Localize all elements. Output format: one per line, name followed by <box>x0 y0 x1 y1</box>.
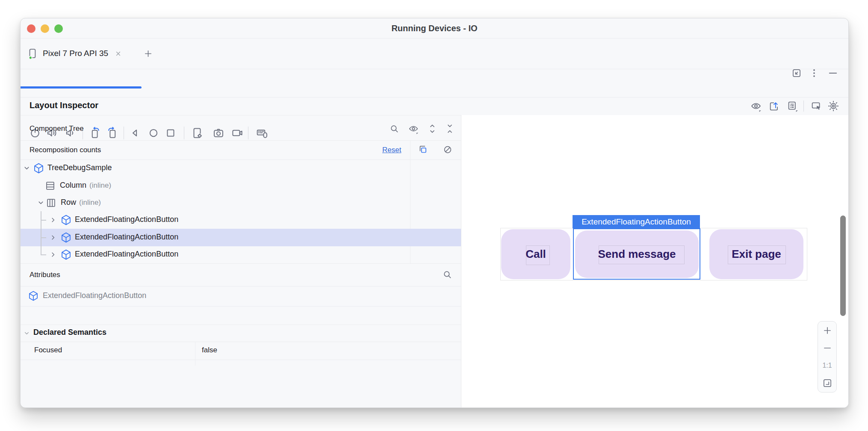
tree-node-label: ExtendedFloatingActionButton <box>75 215 178 224</box>
compose-node-icon <box>60 231 72 245</box>
new-tab-icon[interactable] <box>140 46 156 61</box>
semantics-row-focused[interactable]: Focused false <box>21 342 461 360</box>
tree-node-label: TreeDebugSample <box>47 163 112 172</box>
attributes-search-icon[interactable] <box>440 267 455 282</box>
tree-row-efab-1[interactable]: ExtendedFloatingActionButton <box>21 211 461 229</box>
tree-row-efab-2-selected[interactable]: ExtendedFloatingActionButton <box>21 229 461 246</box>
semantics-value: false <box>202 346 217 354</box>
zoom-controls: 1:1 <box>818 321 837 393</box>
chevron-down-icon[interactable] <box>21 328 32 338</box>
compose-node-icon <box>27 290 39 304</box>
tree-row-column[interactable]: Column(inline) <box>21 177 461 195</box>
tree-node-label: Column <box>60 181 86 189</box>
fit-to-window-icon[interactable] <box>818 375 837 392</box>
tree-node-label: Row <box>61 198 76 207</box>
device-toolbar <box>21 69 848 97</box>
chevron-down-icon[interactable] <box>35 198 46 208</box>
highlight-eye-icon[interactable] <box>406 121 421 136</box>
component-tree-options-icon[interactable] <box>785 98 800 114</box>
device-preview-panel: Call ExtendedFloatingActionButton Send m… <box>461 115 849 407</box>
zoom-in-button[interactable] <box>818 322 837 339</box>
compose-node-icon <box>32 162 45 176</box>
chevron-down-icon[interactable] <box>21 163 32 173</box>
close-tab-icon[interactable] <box>112 48 124 59</box>
inline-suffix: (inline) <box>89 181 111 189</box>
inline-suffix: (inline) <box>79 198 101 207</box>
compose-node-icon <box>60 214 72 228</box>
tree-row-treedebugsample[interactable]: TreeDebugSample <box>21 159 461 177</box>
tree-row-efab-3[interactable]: ExtendedFloatingActionButton <box>21 246 461 263</box>
tab-label: Pixel 7 Pro API 35 <box>43 49 108 58</box>
settings-gear-icon[interactable] <box>826 98 841 114</box>
declared-semantics-title: Declared Semantics <box>33 328 106 337</box>
tree-row-row[interactable]: Row(inline) <box>21 194 461 212</box>
layout-inspector-title: Layout Inspector <box>30 100 98 110</box>
tree-node-label: ExtendedFloatingActionButton <box>75 233 178 242</box>
reset-link[interactable]: Reset <box>382 146 401 154</box>
window-title: Running Devices - IO <box>21 18 848 38</box>
select-component-icon[interactable] <box>809 98 824 114</box>
component-tree: TreeDebugSample Column(inline) Row(inlin… <box>21 159 461 263</box>
collapse-all-icon[interactable] <box>442 121 458 136</box>
fab-exit-page-label: Exit page <box>709 229 803 279</box>
expand-all-icon[interactable] <box>425 121 440 136</box>
titlebar: Running Devices - IO <box>21 18 848 38</box>
tab-bar: Pixel 7 Pro API 35 <box>21 38 848 69</box>
search-icon[interactable] <box>387 121 402 136</box>
column-layout-icon <box>44 180 56 193</box>
tree-node-label: ExtendedFloatingActionButton <box>75 250 178 259</box>
chevron-right-icon[interactable] <box>48 249 58 260</box>
semantics-key: Focused <box>34 346 62 354</box>
fab-send-message-label: Send message <box>575 230 699 278</box>
chevron-right-icon[interactable] <box>48 215 58 225</box>
declared-semantics-header[interactable]: Declared Semantics <box>21 325 461 342</box>
fab-call-label: Call <box>501 229 570 279</box>
running-devices-window: Running Devices - IO Pixel 7 Pro API 35 <box>20 18 849 408</box>
tab-pixel-7-pro[interactable]: Pixel 7 Pro API 35 <box>27 38 124 69</box>
chevron-right-icon[interactable] <box>48 232 58 242</box>
layout-inspector-header: Layout Inspector <box>21 97 848 115</box>
compose-node-icon <box>60 248 72 263</box>
attributes-component-row[interactable]: ExtendedFloatingActionButton <box>21 286 461 306</box>
recomposition-counts-label: Recomposition counts <box>30 146 101 154</box>
skip-counts-icon[interactable] <box>440 142 455 157</box>
attributes-component-name: ExtendedFloatingActionButton <box>43 291 146 300</box>
zoom-out-button[interactable] <box>818 339 837 357</box>
component-tree-panel: Component Tree Recomposition counts Rese… <box>21 115 461 407</box>
selection-badge: ExtendedFloatingActionButton <box>573 215 700 228</box>
view-options-eye-icon[interactable] <box>748 98 764 114</box>
row-layout-icon <box>45 197 57 210</box>
component-tree-title: Component Tree <box>30 124 84 133</box>
zoom-actual-size-button[interactable]: 1:1 <box>818 357 837 374</box>
recomposition-counts-icon[interactable] <box>415 142 431 157</box>
vertical-scrollbar[interactable] <box>840 216 846 316</box>
phone-online-icon <box>27 47 38 59</box>
export-snapshot-icon[interactable] <box>767 98 782 114</box>
attributes-title: Attributes <box>30 271 60 279</box>
